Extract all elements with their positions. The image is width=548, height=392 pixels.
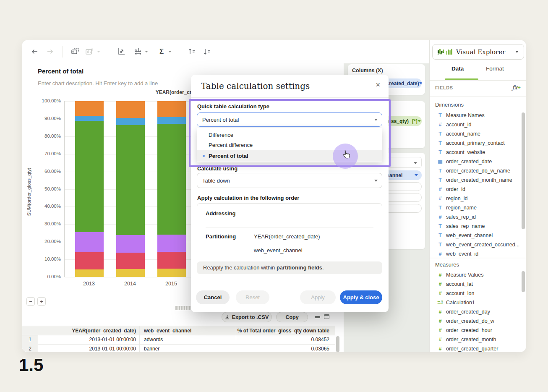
dimension-field-item[interactable]: # account_id: [430, 120, 521, 129]
field-type-icon: #: [437, 337, 443, 342]
zoom-in-button[interactable]: +: [37, 297, 46, 306]
dimension-field-item[interactable]: T order_created_do_w_name: [430, 166, 521, 175]
bar-segment-segment-yellow[interactable]: [157, 269, 186, 277]
toolbar-divider: [108, 46, 108, 57]
table-row[interactable]: 1 2013-01-01 00:00:00 adwords 0.08452: [22, 335, 335, 345]
bar-segment-segment-purple[interactable]: [116, 235, 145, 253]
dimensions-scrollbar[interactable]: [522, 112, 525, 229]
close-icon[interactable]: ×: [376, 81, 380, 89]
field-type-icon: #: [437, 196, 443, 201]
measures-scrollbar[interactable]: [522, 271, 525, 292]
partitioning-field: web_event_channel: [254, 247, 320, 253]
measure-field-item[interactable]: =# Calculation1: [430, 298, 521, 307]
quick-calc-select[interactable]: Percent of total: [197, 112, 382, 127]
measure-field-item[interactable]: # order_created_day: [430, 307, 521, 316]
bar-segment-segment-green[interactable]: [157, 124, 186, 235]
field-label: order_created_do_w: [446, 318, 494, 324]
stacked-bar-2014: [116, 101, 145, 277]
chip-caret-icon[interactable]: [419, 82, 422, 84]
add-calculation-icon[interactable]: ƒx+: [512, 84, 521, 91]
aggregate-sigma-icon[interactable]: Σ: [156, 46, 167, 57]
bar-segment-segment-green[interactable]: [75, 121, 104, 232]
chart-description-placeholder[interactable]: Enter chart description. Hit Enter key t…: [38, 80, 158, 86]
cell-value: 0.03065: [236, 345, 333, 352]
table-header-channel[interactable]: web_event_channel: [140, 326, 236, 335]
measure-field-item[interactable]: # order_created_hour: [430, 326, 521, 335]
dimension-field-item[interactable]: ▦ order_created_date: [430, 157, 521, 166]
dimension-field-item[interactable]: T web_event_channel: [430, 231, 521, 240]
field-label: Measure Values: [446, 272, 483, 278]
expand-table-icon[interactable]: [324, 314, 329, 319]
y-tick-label: 20.00%: [31, 239, 61, 244]
x-tick-label: 2015: [159, 281, 184, 287]
measure-field-item[interactable]: # order_created_do_w: [430, 316, 521, 326]
table-scrollbar[interactable]: [336, 336, 339, 352]
dimension-field-item[interactable]: T sales_rep_name: [430, 222, 521, 231]
sidebar-tabs: Data Format: [430, 60, 526, 81]
bar-segment-segment-yellow[interactable]: [75, 269, 104, 277]
copy-button[interactable]: Copy: [276, 312, 308, 322]
dimension-field-item[interactable]: # order_id: [430, 185, 521, 194]
bar-segment-segment-blue[interactable]: [75, 116, 104, 121]
dimension-field-item[interactable]: T account_primary_contact: [430, 139, 521, 148]
table-row[interactable]: 2 2013-01-01 00:00:00 banner 0.03065: [22, 345, 335, 352]
section-divider: [430, 258, 526, 258]
chip-caret-icon[interactable]: [418, 120, 421, 122]
dropdown-option[interactable]: Difference: [197, 130, 382, 140]
dimension-field-item[interactable]: # region_id: [430, 194, 521, 203]
bar-segment-segment-red[interactable]: [116, 253, 145, 269]
copy-label: Copy: [285, 314, 298, 320]
calculate-using-select[interactable]: Table down: [197, 173, 382, 188]
dimension-field-item[interactable]: T region_name: [430, 203, 521, 212]
zoom-out-button[interactable]: −: [26, 297, 35, 306]
apply-close-button[interactable]: Apply & close: [340, 290, 382, 304]
field-type-icon: #: [437, 346, 443, 352]
dimension-field-item[interactable]: # sales_rep_id: [430, 212, 521, 222]
step-label: 1.5: [19, 355, 43, 375]
dimension-field-item[interactable]: # web_event_id: [430, 249, 521, 256]
measure-field-item[interactable]: # order_created_quarter: [430, 344, 521, 352]
measure-field-item[interactable]: # account_lat: [430, 280, 521, 289]
bar-segment-segment-red[interactable]: [157, 252, 186, 269]
bar-segment-segment-yellow[interactable]: [116, 269, 145, 277]
duplicate-chart-icon[interactable]: [69, 46, 81, 57]
field-type-icon: #: [437, 327, 443, 333]
element-type-button[interactable]: Visual Explorer: [432, 44, 524, 60]
panel-resize-handle[interactable]: [175, 306, 190, 310]
export-csv-button[interactable]: Export to .CSV: [222, 312, 272, 322]
bar-segment-segment-blue[interactable]: [116, 118, 145, 125]
tab-data[interactable]: Data: [451, 65, 464, 72]
chart-type-caret-icon[interactable]: [145, 51, 148, 52]
chart-type-icon[interactable]: [132, 46, 144, 57]
bar-segment-segment-orange[interactable]: [116, 101, 145, 118]
dimension-field-item[interactable]: T account_name: [430, 129, 521, 139]
bar-segment-segment-orange[interactable]: [157, 101, 186, 117]
measure-field-item[interactable]: # account_lon: [430, 289, 521, 298]
measure-field-item[interactable]: # order_created_month: [430, 335, 521, 344]
tab-format[interactable]: Format: [486, 65, 504, 72]
field-type-icon: #: [437, 214, 443, 220]
collapse-table-icon[interactable]: [315, 316, 320, 318]
bar-segment-segment-green[interactable]: [116, 125, 145, 235]
table-header-pct-total[interactable]: % of Total order_gloss_qty down table: [236, 326, 333, 335]
bar-segment-segment-orange[interactable]: [75, 101, 104, 116]
sort-descending-icon[interactable]: [201, 46, 213, 57]
dimension-field-item[interactable]: T account_website: [430, 148, 521, 157]
bar-segment-segment-purple[interactable]: [157, 235, 186, 251]
dimension-field-item[interactable]: T Measure Names: [430, 111, 521, 120]
back-icon[interactable]: [29, 46, 41, 57]
measure-field-item[interactable]: # Measure Values: [430, 270, 521, 280]
dimension-field-item[interactable]: T web_event_created_occurred...: [430, 240, 521, 249]
dimension-field-item[interactable]: T order_created_month_name: [430, 175, 521, 185]
sort-ascending-icon[interactable]: [186, 46, 198, 57]
chip-caret-icon[interactable]: [415, 174, 418, 176]
swap-axes-icon[interactable]: [115, 46, 127, 57]
chevron-down-icon: [374, 119, 378, 121]
bar-segment-segment-blue[interactable]: [157, 117, 186, 124]
cancel-button[interactable]: Cancel: [196, 290, 230, 304]
bar-segment-segment-purple[interactable]: [75, 232, 104, 252]
aggregate-caret-icon[interactable]: [168, 51, 172, 52]
bar-segment-segment-red[interactable]: [75, 252, 104, 269]
field-label: account_primary_contact: [446, 140, 505, 146]
table-header-year[interactable]: YEAR(order_created_date): [38, 326, 140, 335]
